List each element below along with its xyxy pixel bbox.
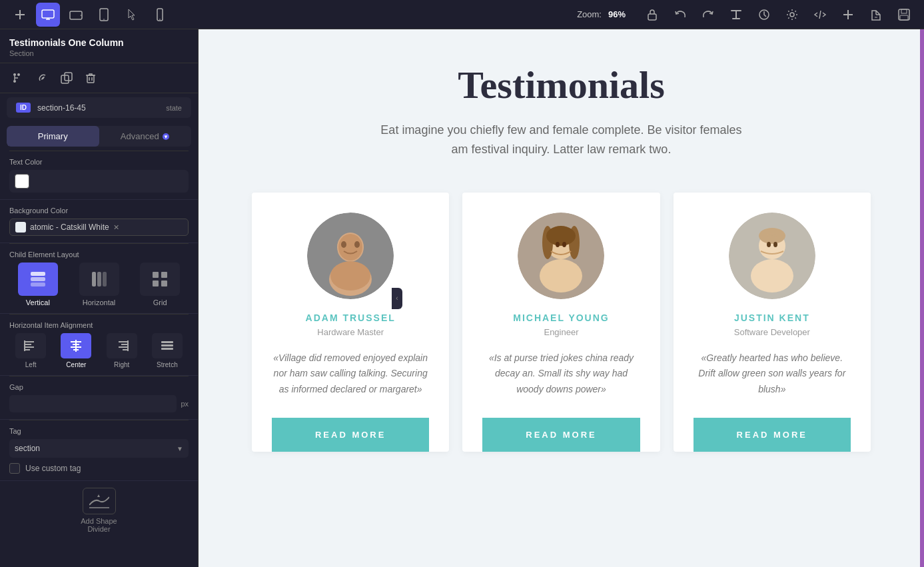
duplicate-icon[interactable] (57, 69, 76, 87)
bg-color-tag[interactable]: atomic - Catskill White ✕ (9, 219, 189, 236)
toolbar-right (640, 3, 916, 27)
tag-select-wrapper: section div article header footer main ▼ (9, 439, 189, 458)
read-more-btn-2[interactable]: READ MORE (482, 418, 640, 452)
svg-rect-13 (735, 10, 737, 19)
layout-vertical[interactable]: Vertical (9, 263, 67, 306)
link-icon[interactable] (33, 69, 52, 87)
bg-color-label: Background Color (9, 207, 189, 215)
section-subtitle: Eat imagine you chiefly few and female c… (378, 121, 745, 159)
testimonials-section: Testimonials Eat imagine you chiefly few… (199, 29, 924, 472)
align-right[interactable]: Right (101, 333, 143, 368)
tablet-landscape-btn[interactable] (64, 3, 88, 27)
remove-bg-color-btn[interactable]: ✕ (113, 223, 119, 232)
svg-rect-39 (31, 277, 45, 281)
svg-rect-2 (42, 10, 54, 18)
svg-rect-11 (648, 14, 656, 20)
align-stretch[interactable]: Stretch (146, 333, 189, 368)
add-shape-divider-btn[interactable]: Add ShapeDivider (9, 488, 189, 533)
alignment-section: Horizontal Item Alignment Left Center (0, 314, 198, 376)
panel-actions (0, 63, 198, 93)
top-toolbar: Zoom: 96% (0, 0, 924, 29)
section-title: Testimonials (238, 63, 884, 107)
align-left-icon (15, 333, 46, 358)
vertical-label: Vertical (26, 298, 50, 306)
align-right-icon (107, 333, 137, 358)
svg-point-26 (13, 73, 16, 76)
svg-point-10 (159, 19, 161, 20)
svg-rect-63 (161, 341, 173, 343)
avatar-2 (518, 213, 604, 299)
testimonial-card-1: ADAM TRUSSEL Hardware Master «Village di… (252, 193, 449, 452)
horizontal-icon (79, 263, 119, 296)
undo-btn[interactable] (668, 3, 692, 27)
settings-btn[interactable] (780, 3, 804, 27)
panel-tabs: Primary Advanced ▼ (7, 126, 191, 147)
shape-label: Add ShapeDivider (81, 517, 117, 533)
svg-rect-40 (31, 283, 45, 286)
bg-color-value: atomic - Catskill White (30, 223, 109, 232)
desktop-view-btn[interactable] (36, 3, 60, 27)
hierarchy-icon[interactable] (9, 69, 28, 87)
tag-select[interactable]: section div article header footer main (9, 439, 189, 458)
read-more-btn-3[interactable]: READ MORE (693, 418, 851, 452)
panel-subtitle: Section (9, 49, 189, 57)
left-panel: Testimonials One Column Section ID secti… (0, 29, 199, 567)
svg-rect-65 (161, 348, 173, 350)
svg-text:▼: ▼ (163, 134, 169, 140)
pointer-tool-btn[interactable] (120, 3, 144, 27)
history-btn[interactable] (752, 3, 776, 27)
text-color-row (9, 170, 189, 193)
id-value: section-16-45 (37, 103, 86, 113)
svg-point-87 (767, 242, 771, 247)
align-left[interactable]: Left (9, 333, 52, 368)
person-role-2: Engineer (544, 327, 578, 337)
custom-tag-row: Use custom tag (9, 463, 189, 474)
tab-advanced[interactable]: Advanced ▼ (99, 126, 192, 147)
svg-point-76 (540, 259, 582, 292)
align-center-icon (61, 333, 91, 358)
svg-rect-38 (31, 272, 45, 276)
person-name-3: JUSTIN KENT (734, 312, 810, 323)
id-badge: ID (16, 103, 31, 113)
cards-row: ADAM TRUSSEL Hardware Master «Village di… (238, 193, 884, 452)
lock-btn[interactable] (640, 3, 664, 27)
svg-rect-41 (92, 272, 96, 286)
gap-input[interactable] (9, 395, 177, 412)
text-tool-btn[interactable] (724, 3, 748, 27)
mobile-view-btn[interactable] (148, 3, 172, 27)
person-role-3: Software Developer (734, 327, 810, 337)
person-name-1: ADAM TRUSSEL (306, 312, 396, 323)
svg-point-81 (556, 242, 560, 247)
read-more-btn-1[interactable]: READ MORE (272, 418, 429, 452)
zoom-value: 96% (608, 9, 626, 19)
grid-icon (140, 263, 180, 296)
custom-tag-label: Use custom tag (25, 464, 81, 473)
export-btn[interactable] (864, 3, 888, 27)
svg-rect-24 (901, 9, 907, 13)
plus-center-btn[interactable] (836, 3, 860, 27)
add-tool-btn[interactable] (8, 3, 32, 27)
redo-btn[interactable] (696, 3, 720, 27)
svg-rect-45 (161, 272, 167, 278)
svg-point-86 (759, 228, 785, 244)
text-color-swatch[interactable] (15, 174, 29, 189)
delete-icon[interactable] (81, 69, 100, 87)
text-color-label: Text Color (9, 158, 189, 166)
child-layout-label: Child Element Layout (9, 251, 189, 259)
layout-horizontal[interactable]: Horizontal (71, 263, 128, 306)
tab-primary[interactable]: Primary (7, 126, 99, 147)
tablet-portrait-btn[interactable] (92, 3, 116, 27)
custom-tag-checkbox[interactable] (9, 463, 20, 474)
align-center[interactable]: Center (55, 333, 97, 368)
child-layout-section: Child Element Layout Vertical Horizontal (0, 244, 198, 314)
canvas-area: Testimonials Eat imagine you chiefly few… (199, 29, 924, 567)
testimonial-card-2: MICHAEL YOUNG Engineer «Is at purse trie… (462, 193, 660, 452)
svg-rect-33 (87, 75, 94, 83)
gap-section: Gap px (0, 376, 198, 420)
align-center-label: Center (66, 361, 86, 368)
svg-rect-47 (161, 281, 167, 286)
save-btn[interactable] (892, 3, 916, 27)
layout-grid[interactable]: Grid (131, 263, 189, 306)
code-btn[interactable] (808, 3, 832, 27)
collapse-panel-btn[interactable]: ‹ (392, 288, 402, 309)
